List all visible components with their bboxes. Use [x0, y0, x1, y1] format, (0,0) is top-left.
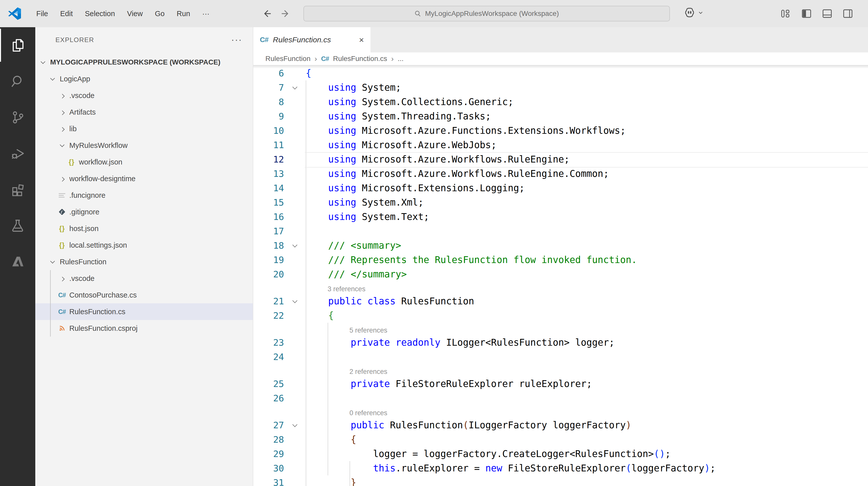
tree-item-rulesfunction[interactable]: RulesFunction [35, 254, 253, 270]
chevron-down-icon[interactable] [48, 258, 57, 266]
tree-item-.funcignore[interactable]: .funcignore [35, 187, 253, 203]
toggle-primary-sidebar-icon[interactable] [801, 8, 812, 19]
tree-item-rulesfunction.cs[interactable]: C#RulesFunction.cs [35, 303, 253, 320]
menu-view[interactable]: View [121, 0, 149, 27]
tree-item-artifacts[interactable]: Artifacts [35, 104, 253, 121]
code-line-9[interactable]: 9 using System.Threading.Tasks; [253, 109, 868, 124]
line-number: 26 [253, 393, 284, 403]
codelens-references[interactable]: 2 references [253, 364, 868, 377]
code-line-21[interactable]: 21 public class RulesFunction [253, 294, 868, 309]
fold-chevron-icon[interactable] [284, 423, 306, 427]
chevron-down-icon[interactable] [58, 141, 66, 150]
tree-item-workflow.json[interactable]: {}workflow.json [35, 154, 253, 170]
tree-item-.vscode[interactable]: .vscode [35, 270, 253, 287]
csharp-file-icon: C# [58, 291, 66, 299]
tree-item-workflow-designtime[interactable]: workflow-designtime [35, 170, 253, 187]
azure-icon[interactable] [0, 244, 35, 280]
code-line-11[interactable]: 11 using Microsoft.Azure.WebJobs; [253, 138, 868, 152]
copilot-menu[interactable] [683, 6, 703, 19]
menu-file[interactable]: File [30, 0, 54, 27]
code-line-7[interactable]: 7 using System; [253, 80, 868, 95]
forward-arrow-icon[interactable] [281, 8, 291, 19]
toggle-panel-icon[interactable] [822, 8, 833, 19]
code-line-30[interactable]: 30 this.ruleExplorer = new FileStoreRule… [253, 461, 868, 476]
menu-selection[interactable]: Selection [79, 0, 121, 27]
explorer-sidebar: EXPLORER ··· MYLOGICAPPRULESWORKSPACE (W… [35, 27, 253, 486]
chevron-right-icon[interactable] [58, 108, 66, 117]
chevron-right-icon[interactable] [58, 125, 66, 133]
command-center[interactable]: MyLogicAppRulesWorkspace (Workspace) [304, 6, 670, 22]
sidebar-title: EXPLORER [56, 36, 94, 44]
close-tab-icon[interactable]: × [359, 35, 364, 45]
tree-item-lib[interactable]: lib [35, 121, 253, 137]
codelens-references[interactable]: 3 references [253, 282, 868, 294]
menu-go[interactable]: Go [149, 0, 170, 27]
chevron-down-icon[interactable] [38, 58, 47, 66]
run-and-debug-icon[interactable] [0, 135, 35, 171]
chevron-right-icon[interactable] [58, 274, 66, 283]
code-line-10[interactable]: 10 using Microsoft.Azure.Functions.Exten… [253, 124, 868, 138]
code-line-27[interactable]: 27 public RulesFunction(ILoggerFactory l… [253, 418, 868, 432]
code-line-16[interactable]: 16 using System.Text; [253, 209, 868, 224]
code-line-8[interactable]: 8 using System.Collections.Generic; [253, 95, 868, 109]
code-line-19[interactable]: 19 /// Represents the RulesFunction flow… [253, 253, 868, 267]
code-line-23[interactable]: 23 private readonly ILogger<RulesFunctio… [253, 335, 868, 350]
back-arrow-icon[interactable] [261, 8, 272, 19]
tree-item-local.settings.json[interactable]: {}local.settings.json [35, 237, 253, 254]
toggle-secondary-sidebar-icon[interactable] [842, 8, 854, 19]
tree-item-rulesfunction.csproj[interactable]: RulesFunction.csproj [35, 320, 253, 336]
vscode-window: FileEditSelectionViewGoRun··· MyLogicApp… [0, 0, 868, 486]
code-line-31[interactable]: 31 } [253, 476, 868, 486]
breadcrumb-more[interactable]: ... [398, 55, 403, 63]
code-line-28[interactable]: 28 { [253, 432, 868, 447]
code-line-13[interactable]: 13 using Microsoft.Azure.Workflows.RuleE… [253, 166, 868, 181]
views-and-more-actions-icon[interactable]: ··· [231, 37, 242, 42]
menu-edit[interactable]: Edit [54, 0, 79, 27]
code-line-6[interactable]: 6{ [253, 66, 868, 80]
git-file-icon [58, 207, 66, 216]
code-editor[interactable]: 6{7 using System;8 using System.Collecti… [253, 65, 868, 486]
breadcrumb-file[interactable]: RulesFunction.cs [333, 55, 387, 63]
tree-item-mylogicapprulesworkspace-workspace-[interactable]: MYLOGICAPPRULESWORKSPACE (WORKSPACE) [35, 54, 253, 70]
testing-icon[interactable] [0, 207, 35, 244]
codelens-references[interactable]: 0 references [253, 406, 868, 418]
menu-run[interactable]: Run [170, 0, 196, 27]
tree-item-host.json[interactable]: {}host.json [35, 220, 253, 237]
code-line-18[interactable]: 18 /// <summary> [253, 238, 868, 253]
code-line-15[interactable]: 15 using System.Xml; [253, 195, 868, 209]
code-line-24[interactable]: 24 [253, 350, 868, 364]
tree-item-.vscode[interactable]: .vscode [35, 87, 253, 104]
line-number: 19 [253, 255, 284, 265]
chevron-down-icon[interactable] [48, 74, 57, 83]
code-text: private readonly ILogger<RulesFunction> … [306, 335, 615, 350]
fold-chevron-icon[interactable] [284, 86, 306, 90]
code-line-25[interactable]: 25 private FileStoreRuleExplorer ruleExp… [253, 377, 868, 391]
fold-chevron-icon[interactable] [284, 244, 306, 248]
code-text: { [306, 309, 334, 323]
extensions-icon[interactable] [0, 171, 35, 207]
search-icon[interactable] [0, 63, 35, 99]
code-line-22[interactable]: 22 { [253, 309, 868, 323]
explorer-icon[interactable] [0, 27, 35, 63]
tree-item-logicapp[interactable]: LogicApp [35, 70, 253, 87]
tab-bar: C# RulesFunction.cs × [253, 27, 868, 53]
breadcrumb-folder[interactable]: RulesFunction [266, 55, 310, 63]
workspace-search-label: MyLogicAppRulesWorkspace (Workspace) [425, 9, 559, 18]
tree-item-myrulesworkflow[interactable]: MyRulesWorkflow [35, 137, 253, 154]
chevron-right-icon[interactable] [58, 91, 66, 100]
code-line-12[interactable]: 12 using Microsoft.Azure.Workflows.RuleE… [253, 152, 868, 166]
fold-chevron-icon[interactable] [284, 299, 306, 303]
codelens-references[interactable]: 5 references [253, 323, 868, 335]
code-line-29[interactable]: 29 logger = loggerFactory.CreateLogger<R… [253, 447, 868, 461]
chevron-right-icon[interactable] [58, 174, 66, 183]
code-line-17[interactable]: 17 [253, 224, 868, 238]
code-line-20[interactable]: 20 /// </summary> [253, 267, 868, 282]
code-line-26[interactable]: 26 [253, 391, 868, 406]
menu-[interactable]: ··· [196, 0, 216, 27]
source-control-icon[interactable] [0, 99, 35, 135]
customize-layout-icon[interactable] [780, 8, 792, 19]
tree-item-.gitignore[interactable]: .gitignore [35, 203, 253, 220]
tab-rulesfunction-cs[interactable]: C# RulesFunction.cs × [253, 27, 371, 53]
tree-item-contosopurchase.cs[interactable]: C#ContosoPurchase.cs [35, 287, 253, 303]
code-line-14[interactable]: 14 using Microsoft.Extensions.Logging; [253, 181, 868, 195]
